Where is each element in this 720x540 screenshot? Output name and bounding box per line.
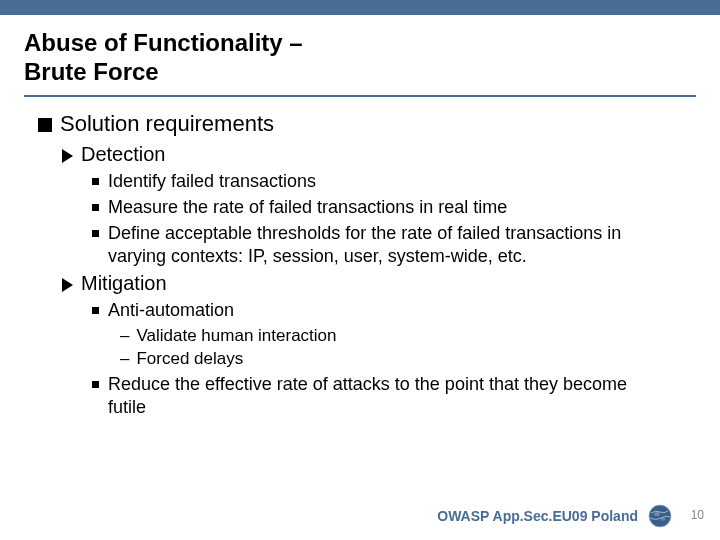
small-square-bullet-icon <box>92 178 99 185</box>
level3-text: Reduce the effective rate of attacks to … <box>108 373 640 419</box>
slide-title: Abuse of Functionality – Brute Force <box>0 15 720 95</box>
title-line-1: Abuse of Functionality – <box>24 29 303 56</box>
level1-text: Solution requirements <box>60 111 274 137</box>
bullet-level3: Measure the rate of failed transactions … <box>92 196 640 219</box>
level3-text: Measure the rate of failed transactions … <box>108 196 507 219</box>
footer: OWASP App.Sec.EU09 Poland 10 <box>0 500 720 528</box>
small-square-bullet-icon <box>92 381 99 388</box>
bullet-level4: – Forced delays <box>120 348 680 370</box>
dash-bullet-icon: – <box>120 325 129 347</box>
top-accent-bar <box>0 0 720 15</box>
bullet-level3: Reduce the effective rate of attacks to … <box>92 373 640 419</box>
bullet-level3: Identify failed transactions <box>92 170 640 193</box>
bullet-level2-detection: Detection <box>62 143 680 166</box>
level3-text: Anti-automation <box>108 299 234 322</box>
arrow-bullet-icon <box>62 278 73 292</box>
level4-text: Validate human interaction <box>136 325 336 347</box>
bullet-level3: Anti-automation <box>92 299 640 322</box>
svg-point-3 <box>661 517 666 520</box>
level4-text: Forced delays <box>136 348 243 370</box>
square-bullet-icon <box>38 118 52 132</box>
small-square-bullet-icon <box>92 230 99 237</box>
bullet-level2-mitigation: Mitigation <box>62 272 680 295</box>
bullet-level1: Solution requirements <box>38 111 680 137</box>
page-number: 10 <box>691 508 704 522</box>
dash-bullet-icon: – <box>120 348 129 370</box>
title-line-2: Brute Force <box>24 58 159 85</box>
small-square-bullet-icon <box>92 307 99 314</box>
level3-text: Identify failed transactions <box>108 170 316 193</box>
level3-text: Define acceptable thresholds for the rat… <box>108 222 640 268</box>
arrow-bullet-icon <box>62 149 73 163</box>
svg-point-2 <box>654 512 660 516</box>
level2-text: Detection <box>81 143 166 166</box>
level2-text: Mitigation <box>81 272 167 295</box>
small-square-bullet-icon <box>92 204 99 211</box>
bullet-level4: – Validate human interaction <box>120 325 680 347</box>
bullet-level3: Define acceptable thresholds for the rat… <box>92 222 640 268</box>
content-area: Solution requirements Detection Identify… <box>0 97 720 419</box>
globe-icon <box>648 504 672 528</box>
slide: Abuse of Functionality – Brute Force Sol… <box>0 0 720 540</box>
footer-text: OWASP App.Sec.EU09 Poland <box>437 508 638 524</box>
